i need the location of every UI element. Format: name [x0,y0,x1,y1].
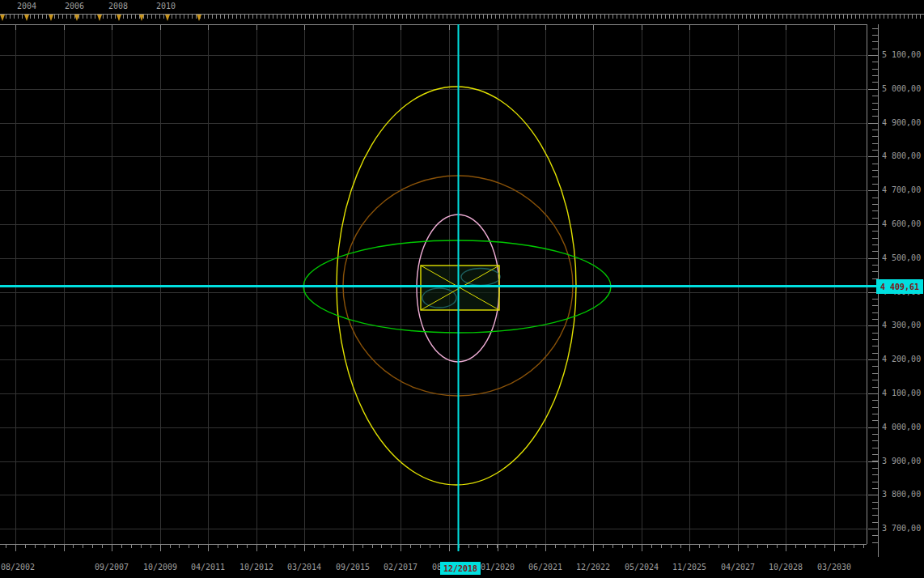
x-axis-label: 04/2027 [721,563,755,572]
chart-svg-layer [0,0,924,578]
top-ruler-year-label: 2004 [17,2,36,11]
plot-top-ticks [16,24,835,30]
x-axis-label: 09/2007 [95,563,129,572]
x-axis-label: 02/2017 [384,563,417,572]
x-axis-label: 10/2012 [239,563,273,572]
y-axis-label: 3 900,00 [882,457,921,466]
year-marker-triangle-icon [97,15,102,21]
y-axis-label: 5 100,00 [882,50,921,60]
y-axis-label: 4 500,00 [882,253,921,263]
y-axis-label: 4 800,00 [882,151,921,161]
year-marker-triangle-icon [197,15,201,21]
chart-window: 200420062008201008/200209/200710/200904/… [0,0,924,578]
y-axis-label: 4 700,00 [882,185,921,195]
year-marker-triangle-icon [165,15,170,21]
year-marker-triangle-icon [139,15,144,21]
y-axis-label: 4 000,00 [882,423,921,432]
year-marker-triangle-icon [117,15,121,21]
y-axis-label: 3 700,00 [882,524,921,533]
year-marker-triangle-icon [24,15,29,21]
top-ruler-year-label: 2006 [65,2,84,11]
x-axis-label: 10/2009 [143,563,177,572]
x-axis-label: 09/2015 [336,563,370,572]
year-marker-triangle-icon [74,15,79,21]
x-axis-label: 05/2024 [625,563,659,572]
y-axis-label: 4 900,00 [882,118,921,128]
x-axis-label: 03/2014 [287,563,321,572]
x-axis-label: 11/2025 [672,563,706,572]
y-axis-label: 4 600,00 [882,219,921,229]
crosshair-date-badge: 12/2018 [440,562,481,575]
y-axis-label: 4 300,00 [882,321,921,330]
top-ruler-year-label: 2010 [156,2,176,11]
year-marker-triangle-icon [49,15,53,21]
crosshair-price-value: 4 409,61 [880,283,919,291]
y-axis-label: 4 200,00 [882,355,921,364]
y-axis-label: 3 800,00 [882,490,921,499]
y-axis-label: 4 100,00 [882,389,921,398]
top-ruler-year-label: 2008 [108,2,128,11]
y-axis-label: 5 000,00 [882,84,921,94]
crosshair-price-badge: 4 409,61 [876,279,923,294]
x-axis-major-ticks [16,544,835,551]
x-axis-label: 01/2020 [481,563,515,572]
x-axis-label: 08/2002 [1,563,35,572]
x-axis-label: 12/2022 [576,563,610,572]
year-marker-triangle-icon [0,15,5,21]
x-axis-label: 06/2021 [528,563,562,572]
crosshair-date-value: 12/2018 [443,564,477,573]
x-axis-label: 10/2028 [769,563,803,572]
x-axis-label: 04/2011 [191,563,225,572]
x-axis-label: 03/2030 [817,563,851,572]
